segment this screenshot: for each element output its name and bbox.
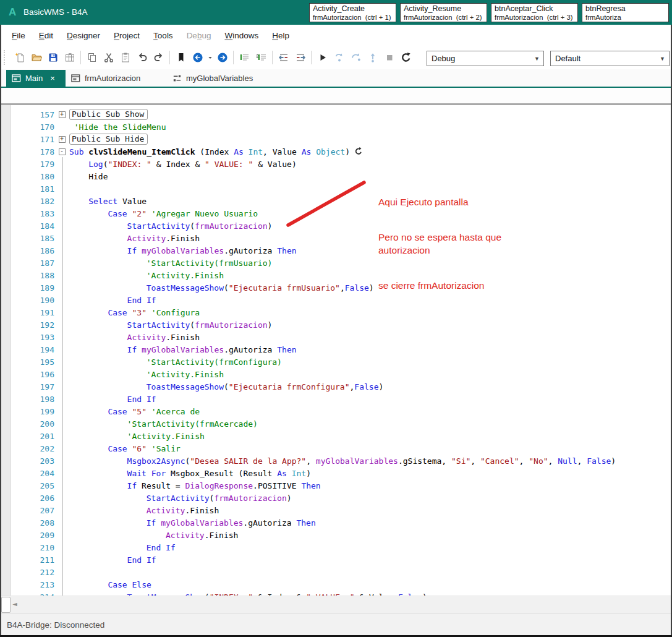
cut-button[interactable]	[100, 49, 117, 66]
code-line-183[interactable]: 183Case "2" 'Agregar Nuevo Usuario	[1, 207, 671, 220]
code-line-200[interactable]: 200'StartActivity(frmAcercade)	[1, 417, 671, 430]
editor-top-strip	[1, 88, 671, 105]
bookmark-button[interactable]	[172, 49, 189, 66]
expand-icon[interactable]: +	[59, 136, 66, 143]
comment-block2-button[interactable]	[253, 49, 270, 66]
code-line-171[interactable]: 171+Public Sub Hide	[1, 133, 671, 145]
fold-column[interactable]: -	[54, 148, 69, 155]
code-line-205[interactable]: 205If Result = DialogResponse.POSITIVE T…	[1, 479, 671, 492]
build-config-select[interactable]: Debug▼	[427, 51, 544, 66]
save-button[interactable]	[45, 49, 61, 66]
code-line-191[interactable]: 191Case "3" 'Configura	[1, 306, 671, 318]
code-line-210[interactable]: 210End If	[1, 541, 671, 554]
menu-item-designer[interactable]: Designer	[60, 31, 107, 40]
code-line-214[interactable]: 214ToastMessageShow("INDEX: " & Index & …	[1, 591, 671, 596]
run-button[interactable]	[314, 49, 331, 66]
code-line-193[interactable]: 193Activity.Finish	[1, 331, 671, 343]
expand-icon[interactable]: +	[59, 111, 66, 118]
code-line-211[interactable]: 211End If	[1, 554, 671, 566]
tab-myglobalvariables[interactable]: myGlobalVariables	[172, 70, 253, 87]
menu-item-file[interactable]: File	[5, 31, 32, 40]
restart-button[interactable]	[398, 49, 414, 66]
caret-down-button[interactable]	[206, 49, 214, 66]
outdent-button[interactable]	[275, 49, 292, 66]
code-line-201[interactable]: 201'Activity.Finish	[1, 430, 671, 442]
code-line-202[interactable]: 202Case "6" 'Salir	[1, 442, 671, 455]
code-line-190[interactable]: 190End If	[1, 294, 671, 306]
indent-button[interactable]	[292, 49, 308, 66]
collapsed-sub[interactable]: Public Sub Show	[69, 109, 148, 120]
tab-frmautorizacion[interactable]: frmAutorizacion	[70, 70, 140, 87]
quick-jump-tab-btnRegresa[interactable]: btnRegresafrmAutoriza	[582, 3, 669, 22]
stop-button[interactable]	[381, 49, 398, 66]
build-profile-select[interactable]: Default▼	[550, 51, 670, 66]
code-line-170[interactable]: 170'Hide the SlideMenu	[1, 121, 671, 133]
code-line-206[interactable]: 206StartActivity(frmAutorizacion)	[1, 492, 671, 504]
code-line-208[interactable]: 208If myGlobalVariables.gAutoriza Then	[1, 516, 671, 529]
fold-column[interactable]: +	[54, 136, 69, 143]
paste-button[interactable]	[117, 49, 134, 66]
token: " VALUE: "	[205, 160, 253, 169]
code-line-157[interactable]: 157+Public Sub Show	[1, 108, 671, 121]
code-line-185[interactable]: 185Activity.Finish	[1, 232, 671, 244]
code-line-195[interactable]: 195'StartActivity(frmConfigura)	[1, 356, 671, 368]
code-line-187[interactable]: 187'StartActivity(frmUsuario)	[1, 257, 671, 269]
code-line-181[interactable]: 181	[1, 182, 671, 195]
code-line-207[interactable]: 207Activity.Finish	[1, 504, 671, 516]
nav-forward-button[interactable]	[214, 49, 231, 66]
code-line-188[interactable]: 188'Activity.Finish	[1, 269, 671, 281]
fold-column[interactable]: +	[54, 111, 69, 118]
code-line-192[interactable]: 192StartActivity(frmAutorizacion)	[1, 318, 671, 331]
new-file-button[interactable]	[11, 49, 28, 66]
code-line-186[interactable]: 186If myGlobalVariables.gAutoriza Then	[1, 244, 671, 257]
step-out-button[interactable]	[364, 49, 381, 66]
collapse-icon[interactable]: -	[59, 148, 66, 155]
step-over-button[interactable]	[347, 49, 364, 66]
redo-button[interactable]	[150, 49, 167, 66]
scrollbar-thumb[interactable]	[1, 597, 11, 613]
code-line-204[interactable]: 204Wait For Msgbox_Result (Result As Int…	[1, 467, 671, 479]
step-into-button[interactable]	[331, 49, 347, 66]
code-line-203[interactable]: 203Msgbox2Async("Desea SALIR de la App?"…	[1, 455, 671, 467]
code-line-197[interactable]: 197ToastMessageShow("Ejecutaria frmConfi…	[1, 380, 671, 393]
comment-block-button[interactable]	[236, 49, 253, 66]
menu-item-edit[interactable]: Edit	[32, 31, 60, 40]
tab-main[interactable]: Main×	[6, 70, 66, 87]
open-folder-button[interactable]	[28, 49, 45, 66]
menu-item-windows[interactable]: Windows	[218, 31, 265, 40]
menu-item-tools[interactable]: Tools	[147, 31, 180, 40]
token: (	[103, 160, 108, 169]
code-line-179[interactable]: 179Log("INDEX: " & Index & " VALUE: " & …	[1, 158, 671, 170]
nav-back-button[interactable]	[189, 49, 206, 66]
copy-button[interactable]	[83, 49, 100, 66]
close-icon[interactable]: ×	[50, 74, 55, 82]
code-line-212[interactable]: 212	[1, 566, 671, 578]
undo-button[interactable]	[134, 49, 150, 66]
code-line-184[interactable]: 184StartActivity(frmAutorizacion)	[1, 220, 671, 232]
code-line-196[interactable]: 196'Activity.Finish	[1, 368, 671, 380]
package-button[interactable]	[61, 49, 78, 66]
menu-item-project[interactable]: Project	[107, 31, 147, 40]
menu-item-help[interactable]: Help	[265, 31, 296, 40]
code-line-199[interactable]: 199Case "5" 'Acerca de	[1, 405, 671, 417]
scroll-left-icon[interactable]: ◄	[12, 601, 17, 607]
token: If	[127, 246, 137, 255]
quick-jump-tab-Activity_Create[interactable]: Activity_CreatefrmAutorizacion (ctrl + 1…	[309, 3, 396, 22]
code-line-182[interactable]: 182Select Value	[1, 195, 671, 207]
code-text: ToastMessageShow("Ejecutaria frmConfigur…	[69, 382, 383, 391]
code-line-189[interactable]: 189ToastMessageShow("Ejecutaria frmUsuar…	[1, 281, 671, 294]
code-line-213[interactable]: 213Case Else	[1, 578, 671, 591]
collapsed-sub[interactable]: Public Sub Hide	[69, 134, 148, 145]
code-editor[interactable]: 157+Public Sub Show170'Hide the SlideMen…	[1, 105, 671, 596]
token: )	[369, 283, 374, 293]
quick-jump-tab-Activity_Resume[interactable]: Activity_ResumefrmAutorizacion (ctrl + 2…	[400, 3, 487, 22]
code-line-178[interactable]: 178-Sub clvSlideMenu_ItemClick (Index As…	[1, 145, 671, 158]
token: "3"	[132, 308, 147, 317]
code-line-180[interactable]: 180Hide	[1, 170, 671, 182]
quick-jump-tab-btnAceptar_Click[interactable]: btnAceptar_ClickfrmAutorizacion (ctrl + …	[491, 3, 578, 22]
code-line-198[interactable]: 198End If	[1, 393, 671, 405]
code-line-194[interactable]: 194If myGlobalVariables.gAutoriza Then	[1, 343, 671, 356]
code-line-209[interactable]: 209Activity.Finish	[1, 529, 671, 541]
horizontal-scrollbar[interactable]: ◄	[1, 596, 671, 613]
line-number: 202	[1, 444, 54, 453]
